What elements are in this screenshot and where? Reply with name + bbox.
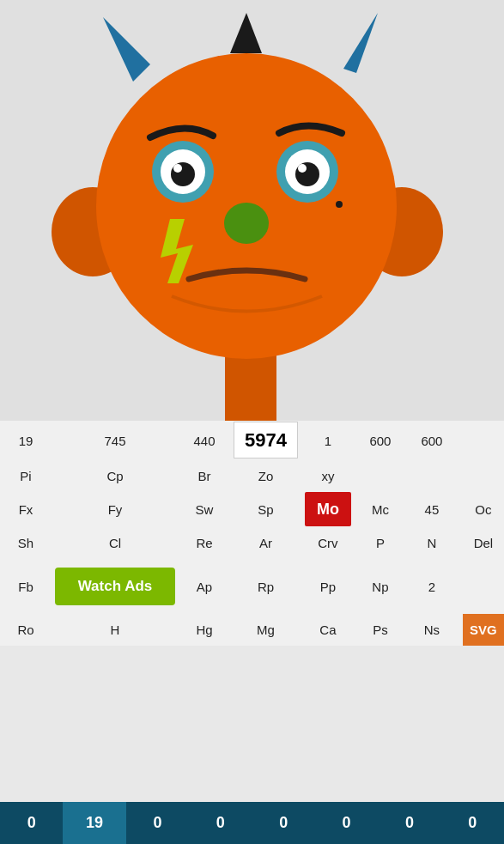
label-rp: Rp (230, 559, 301, 614)
label-xy: xy (301, 460, 355, 492)
stat-1: 1 (301, 421, 355, 460)
bottom-cell-4: 0 (252, 802, 315, 844)
svg-point-17 (336, 201, 343, 208)
label-p: P (355, 527, 406, 559)
table-row: Pi Cp Br Zo xy (0, 460, 504, 492)
svg-point-11 (173, 164, 182, 173)
label-ns: Ns (406, 614, 458, 646)
label-ps: Ps (355, 614, 406, 646)
label-empty1 (355, 460, 406, 492)
table-row: Fx Fy Sw Sp Mo Mc 45 Oc (0, 492, 504, 527)
character-svg (0, 0, 504, 421)
label-pp: Pp (301, 559, 355, 614)
score-cell: 5974 (230, 421, 301, 460)
bottom-cell-5: 0 (315, 802, 378, 844)
label-br: Br (179, 460, 230, 492)
stat-600b: 600 (406, 421, 458, 460)
label-cp: Cp (52, 460, 179, 492)
label-ar: Ar (230, 527, 301, 559)
watch-ads-cell[interactable]: Watch Ads (52, 559, 179, 614)
label-fy: Fy (52, 492, 179, 527)
svg-point-16 (224, 203, 269, 244)
label-n: N (406, 527, 458, 559)
label-fx: Fx (0, 492, 52, 527)
stats-grid: 19 745 440 5974 1 600 600 Pi Cp Br Zo xy… (0, 421, 504, 646)
bottom-bar: 0 19 0 0 0 0 0 0 (0, 802, 504, 844)
label-pi: Pi (0, 460, 52, 492)
label-np: Np (355, 559, 406, 614)
label-mc: Mc (355, 492, 406, 527)
table-row: 19 745 440 5974 1 600 600 (0, 421, 504, 460)
stat-19: 19 (0, 421, 52, 460)
label-ro: Ro (0, 614, 52, 646)
label-fb: Fb (0, 559, 52, 614)
bottom-cell-6: 0 (378, 802, 440, 844)
label-oc: Oc (458, 492, 504, 527)
label-crv: Crv (301, 527, 355, 559)
label-sp: Sp (230, 492, 301, 527)
label-h: H (52, 614, 179, 646)
stat-440: 440 (179, 421, 230, 460)
label-re: Re (179, 527, 230, 559)
stat-600a: 600 (355, 421, 406, 460)
bottom-cell-19: 19 (63, 802, 125, 844)
grid-area: 19 745 440 5974 1 600 600 Pi Cp Br Zo xy… (0, 421, 504, 646)
label-empty2 (406, 460, 458, 492)
label-hg: Hg (179, 614, 230, 646)
label-zo: Zo (230, 460, 301, 492)
table-row: Ro H Hg Mg Ca Ps Ns SVG (0, 614, 504, 646)
bottom-cell-3: 0 (189, 802, 252, 844)
bottom-cell-2: 0 (126, 802, 189, 844)
label-ca: Ca (301, 614, 355, 646)
table-row: Fb Watch Ads Ap Rp Pp Np 2 (0, 559, 504, 614)
label-sw: Sw (179, 492, 230, 527)
table-row: Sh Cl Re Ar Crv P N Del (0, 527, 504, 559)
label-del: Del (458, 527, 504, 559)
label-ap: Ap (179, 559, 230, 614)
character-area (0, 0, 504, 421)
label-2: 2 (406, 559, 458, 614)
svg-button[interactable]: SVG (458, 614, 504, 646)
watch-ads-button[interactable]: Watch Ads (55, 568, 175, 605)
label-sh: Sh (0, 527, 52, 559)
bottom-cell-7: 0 (441, 802, 504, 844)
label-cl: Cl (52, 527, 179, 559)
stat-745: 745 (52, 421, 179, 460)
label-mg: Mg (230, 614, 301, 646)
label-45: 45 (406, 492, 458, 527)
svg-point-15 (298, 164, 307, 173)
bottom-cell-0: 0 (0, 802, 63, 844)
mo-button[interactable]: Mo (301, 492, 355, 527)
